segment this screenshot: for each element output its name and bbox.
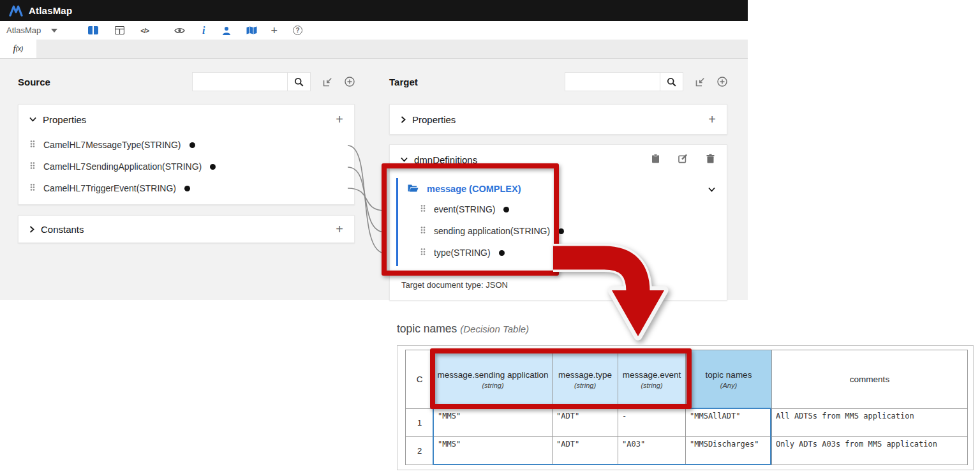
target-field[interactable]: type(STRING)	[390, 242, 727, 264]
source-panel-header: Source	[18, 70, 355, 93]
atlasmap-menu-dropdown[interactable]: AtlasMap	[6, 26, 57, 35]
show-types-icon[interactable]	[246, 26, 257, 34]
table-view-icon[interactable]	[115, 26, 124, 34]
message-group-header[interactable]: message (COMPLEX)	[390, 179, 727, 198]
source-constants-label: Constants	[41, 224, 84, 235]
help-icon[interactable]: ?	[293, 26, 302, 35]
source-field[interactable]: CamelHL7SendingApplication(STRING)	[19, 156, 354, 177]
column-header-sending-application[interactable]: message.sending application(string)	[434, 350, 553, 409]
column-header-type[interactable]: message.type(string)	[553, 350, 618, 409]
column-header-c[interactable]: C	[406, 350, 434, 409]
header-type: (string)	[574, 382, 596, 389]
drag-grip-icon[interactable]	[420, 226, 426, 236]
add-document-icon[interactable]	[717, 77, 727, 87]
target-search-input[interactable]	[565, 73, 660, 91]
target-panel-title: Target	[389, 77, 418, 87]
connect-dot-icon[interactable]	[503, 207, 509, 212]
row-number[interactable]: 2	[406, 437, 434, 465]
target-document-type: Target document type: JSON	[390, 272, 727, 300]
app-title: AtlasMap	[29, 5, 72, 16]
cell-topic-names[interactable]: "MMSAllADT"	[686, 409, 772, 437]
import-document-icon[interactable]	[323, 77, 332, 87]
chevron-down-icon[interactable]	[708, 183, 715, 195]
field-label: type(STRING)	[434, 248, 491, 258]
field-label: CamelHL7MessageType(STRING)	[43, 140, 181, 150]
delete-document-icon[interactable]	[706, 154, 715, 165]
columns-view-icon[interactable]	[88, 26, 98, 34]
cell-comment[interactable]: All ADTSs from MMS application	[772, 409, 968, 437]
header-label: message.sending application	[437, 370, 548, 380]
source-field[interactable]: CamelHL7TriggerEvent(STRING)	[19, 177, 354, 199]
drag-grip-icon[interactable]	[30, 183, 35, 193]
connect-dot-icon[interactable]	[189, 142, 195, 148]
column-header-comments[interactable]: comments	[772, 350, 968, 409]
show-unmapped-fields-icon[interactable]	[221, 26, 232, 35]
drag-grip-icon[interactable]	[30, 140, 35, 150]
source-search-input[interactable]	[193, 73, 287, 91]
edit-document-icon[interactable]	[678, 154, 688, 165]
dmn-definitions-card: dmnDefinitions message (COMPLEX) event(S…	[389, 144, 727, 301]
target-field[interactable]: event(STRING)	[390, 198, 727, 220]
search-icon[interactable]	[660, 73, 683, 91]
tab-strip: f(x)	[0, 40, 748, 59]
header-label: message.event	[623, 370, 681, 380]
cell-event[interactable]: -	[618, 409, 686, 437]
clipboard-icon[interactable]	[651, 154, 660, 165]
source-field[interactable]: CamelHL7MessageType(STRING)	[19, 134, 354, 156]
cell-event[interactable]: "A03"	[618, 437, 686, 465]
header-label: topic names	[706, 370, 752, 380]
header-type: (Any)	[720, 382, 737, 389]
column-header-topic-names[interactable]: topic names(Any)	[686, 350, 772, 409]
add-property-button[interactable]: +	[336, 113, 343, 126]
drag-grip-icon[interactable]	[420, 204, 426, 214]
column-header-event[interactable]: message.event(string)	[618, 350, 686, 409]
decision-table-header-row: C message.sending application(string) me…	[406, 350, 968, 409]
cell-topic-names[interactable]: "MMSDischarges"	[686, 437, 772, 465]
cell-sending-application[interactable]: "MMS"	[434, 409, 553, 437]
cell-comment[interactable]: Only ADTs A03s from MMS application	[772, 437, 968, 465]
search-icon[interactable]	[287, 73, 310, 91]
target-panel: Target Properties +	[389, 70, 727, 301]
cell-sending-application[interactable]: "MMS"	[434, 437, 553, 465]
decision-table-name: topic names	[397, 322, 457, 335]
chevron-down-icon	[29, 117, 36, 122]
target-properties-header[interactable]: Properties +	[390, 105, 727, 134]
source-properties-fields: CamelHL7MessageType(STRING) CamelHL7Send…	[19, 134, 354, 204]
table-row: 2 "MMS" "ADT" "A03" "MMSDischarges" Only…	[406, 437, 968, 465]
add-mapping-icon[interactable]: +	[271, 25, 278, 36]
source-constants-header[interactable]: Constants +	[19, 216, 354, 242]
connect-dot-icon[interactable]	[558, 228, 564, 234]
add-property-button[interactable]: +	[708, 113, 716, 126]
drag-grip-icon[interactable]	[420, 248, 426, 258]
connect-dot-icon[interactable]	[499, 250, 505, 256]
chevron-down-icon	[401, 157, 408, 162]
field-label: CamelHL7TriggerEvent(STRING)	[43, 183, 176, 193]
source-panel-title: Source	[18, 77, 50, 87]
cell-type[interactable]: "ADT"	[553, 437, 618, 465]
target-properties-card: Properties +	[389, 104, 727, 135]
show-mapping-preview-icon[interactable]	[174, 27, 185, 34]
connect-dot-icon[interactable]	[210, 164, 216, 170]
namespace-table-icon[interactable]: </>	[140, 27, 149, 34]
header-label: comments	[850, 375, 889, 384]
folder-open-icon	[408, 183, 419, 195]
add-document-icon[interactable]	[345, 77, 355, 87]
source-properties-label: Properties	[43, 114, 86, 125]
message-group-label: message (COMPLEX)	[427, 184, 521, 194]
drag-grip-icon[interactable]	[30, 161, 35, 172]
source-search-box	[192, 72, 311, 91]
row-number[interactable]: 1	[406, 409, 434, 437]
import-document-icon[interactable]	[695, 77, 705, 87]
table-row: 1 "MMS" "ADT" - "MMSAllADT" All ADTSs fr…	[406, 409, 968, 437]
decision-table-kind: (Decision Table)	[460, 324, 529, 334]
add-constant-button[interactable]: +	[336, 223, 343, 235]
target-field[interactable]: sending application(STRING)	[390, 220, 727, 242]
decision-table-title: topic names (Decision Table)	[397, 322, 529, 336]
tab-fx[interactable]: f(x)	[0, 40, 36, 58]
header-type: (string)	[641, 382, 662, 389]
dmn-definitions-header[interactable]: dmnDefinitions	[390, 145, 727, 174]
show-mapped-fields-icon[interactable]: i	[202, 25, 205, 36]
cell-type[interactable]: "ADT"	[553, 409, 618, 437]
source-properties-header[interactable]: Properties +	[19, 105, 354, 134]
connect-dot-icon[interactable]	[184, 186, 190, 191]
